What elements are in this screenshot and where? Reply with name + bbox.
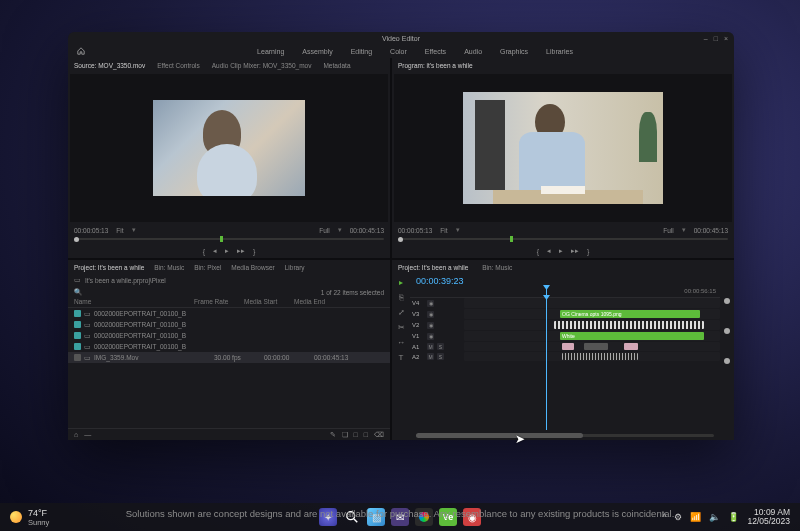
edit-icon[interactable]: ✎	[330, 431, 336, 439]
meter-knob[interactable]	[724, 328, 730, 334]
selection-tool-icon[interactable]: ▸	[399, 278, 403, 287]
timeline-timecode[interactable]: 00:00:39:23	[410, 274, 720, 288]
timeline-project-label[interactable]: Project: It's been a while	[398, 264, 468, 271]
program-tc-right: 00:00:45:13	[694, 227, 728, 234]
step-back-button[interactable]: ◂	[547, 247, 551, 255]
tab-project[interactable]: Project: It's been a while	[74, 264, 144, 271]
source-tc-left: 00:00:05:13	[74, 227, 108, 234]
program-viewer[interactable]	[394, 74, 732, 222]
mute-toggle[interactable]: M	[427, 343, 434, 350]
clip-v2[interactable]	[554, 321, 704, 329]
clip-a1-2[interactable]	[584, 343, 608, 350]
program-scrubber[interactable]	[392, 236, 734, 244]
maximize-button[interactable]: □	[714, 35, 718, 42]
mute-toggle[interactable]: M	[427, 353, 434, 360]
mark-out-button[interactable]: }	[253, 248, 255, 255]
table-row[interactable]: ▭0002000EPORTRAIT_00100_B	[68, 308, 390, 319]
tab-program[interactable]: Program: it's been a while	[398, 62, 473, 69]
clip-a1-1[interactable]	[562, 343, 574, 350]
program-fit-label[interactable]: Fit	[440, 227, 447, 234]
close-button[interactable]: ×	[724, 35, 728, 42]
menu-libraries[interactable]: Libraries	[546, 48, 573, 55]
razor-tool-icon[interactable]: ✂	[398, 323, 405, 332]
play-button[interactable]: ▸	[225, 247, 229, 255]
step-forward-button[interactable]: ▸▸	[237, 247, 245, 255]
timeline-ruler[interactable]: 00:00:56:15	[410, 288, 720, 298]
menu-effects[interactable]: Effects	[425, 48, 446, 55]
timeline-zoom[interactable]	[410, 430, 720, 440]
track-lane-v1[interactable]: White	[464, 331, 720, 341]
trash-icon[interactable]: ⌫	[374, 431, 384, 439]
new-bin-icon[interactable]: □	[354, 431, 358, 438]
step-forward-button[interactable]: ▸▸	[571, 247, 579, 255]
col-media-start[interactable]: Media Start	[244, 298, 294, 307]
tab-effect-controls[interactable]: Effect Controls	[157, 62, 200, 69]
track-lane-v3[interactable]: OG Cinema opts 1095.png	[464, 309, 720, 319]
slider-icon[interactable]: —	[84, 431, 91, 438]
menu-color[interactable]: Color	[390, 48, 407, 55]
track-toggle[interactable]: ◉	[427, 311, 434, 318]
slip-tool-icon[interactable]: ↔	[397, 338, 405, 347]
search-icon[interactable]: 🔍	[74, 288, 82, 296]
play-button[interactable]: ▸	[559, 247, 563, 255]
meter-knob[interactable]	[724, 298, 730, 304]
track-toggle[interactable]: ◉	[427, 300, 434, 307]
track-toggle[interactable]: ◉	[427, 322, 434, 329]
timeline-bin-label[interactable]: Bin: Music	[482, 264, 512, 271]
clip-a2[interactable]	[562, 353, 638, 360]
minimize-button[interactable]: –	[704, 35, 708, 42]
track-v1: V1◉ White	[410, 331, 720, 341]
menu-editing[interactable]: Editing	[351, 48, 372, 55]
program-playback-controls: { ◂ ▸ ▸▸ }	[392, 244, 734, 258]
mark-in-button[interactable]: {	[203, 248, 205, 255]
timeline-panel: Project: It's been a while Bin: Music ▸ …	[392, 260, 734, 440]
track-lane-v4[interactable]	[464, 298, 720, 308]
clip-a1-3[interactable]	[624, 343, 638, 350]
source-viewer[interactable]	[70, 74, 388, 222]
color-swatch	[74, 343, 81, 350]
table-row[interactable]: ▭0002000EPORTRAIT_00100_B	[68, 319, 390, 330]
program-full-label[interactable]: Full	[663, 227, 673, 234]
col-frame-rate[interactable]: Frame Rate	[194, 298, 244, 307]
mark-in-button[interactable]: {	[537, 248, 539, 255]
tab-metadata[interactable]: Metadata	[323, 62, 350, 69]
track-lane-a1[interactable]	[464, 342, 720, 351]
source-fit-label[interactable]: Fit	[116, 227, 123, 234]
ripple-tool-icon[interactable]: ⤢	[398, 308, 405, 317]
menu-learning[interactable]: Learning	[257, 48, 284, 55]
table-row[interactable]: ▭0002000EPORTRAIT_00100_B	[68, 330, 390, 341]
clip-v1[interactable]: White	[560, 332, 704, 340]
type-tool-icon[interactable]: T	[399, 353, 404, 362]
menu-audio[interactable]: Audio	[464, 48, 482, 55]
new-folder-icon[interactable]: □	[364, 431, 368, 438]
col-media-end[interactable]: Media End	[294, 298, 344, 307]
menu-assembly[interactable]: Assembly	[302, 48, 332, 55]
solo-toggle[interactable]: S	[437, 353, 444, 360]
source-full-label[interactable]: Full	[319, 227, 329, 234]
tab-bin-pixel[interactable]: Bin: Pixel	[194, 264, 221, 271]
table-row[interactable]: ▭0002000EPORTRAIT_00100_B	[68, 341, 390, 352]
playhead-line[interactable]	[546, 298, 547, 430]
tab-bin-music[interactable]: Bin: Music	[154, 264, 184, 271]
col-name[interactable]: Name	[74, 298, 194, 307]
mark-out-button[interactable]: }	[587, 248, 589, 255]
track-lane-a2[interactable]	[464, 352, 720, 361]
step-back-button[interactable]: ◂	[213, 247, 217, 255]
solo-toggle[interactable]: S	[437, 343, 444, 350]
source-scrubber[interactable]	[68, 236, 390, 244]
tab-media-browser[interactable]: Media Browser	[231, 264, 274, 271]
insert-tool-icon[interactable]: ⎘	[399, 293, 404, 302]
tab-audio-clip-mixer[interactable]: Audio Clip Mixer: MOV_3350_mov	[212, 62, 312, 69]
cell-name: 0002000EPORTRAIT_00100_B	[94, 321, 214, 328]
track-lane-v2[interactable]	[464, 320, 720, 330]
lock-icon[interactable]: ⌂	[74, 431, 78, 438]
tab-source[interactable]: Source: MOV_3350.mov	[74, 62, 145, 69]
track-toggle[interactable]: ◉	[427, 333, 434, 340]
menu-graphics[interactable]: Graphics	[500, 48, 528, 55]
meter-knob[interactable]	[724, 358, 730, 364]
tab-library[interactable]: Library	[285, 264, 305, 271]
new-item-icon[interactable]: ❏	[342, 431, 348, 439]
clip-v3[interactable]: OG Cinema opts 1095.png	[560, 310, 700, 318]
home-icon[interactable]	[76, 47, 86, 55]
table-row[interactable]: ▭IMG_3359.Mov30.00 fps00:00:0000:00:45:1…	[68, 352, 390, 363]
